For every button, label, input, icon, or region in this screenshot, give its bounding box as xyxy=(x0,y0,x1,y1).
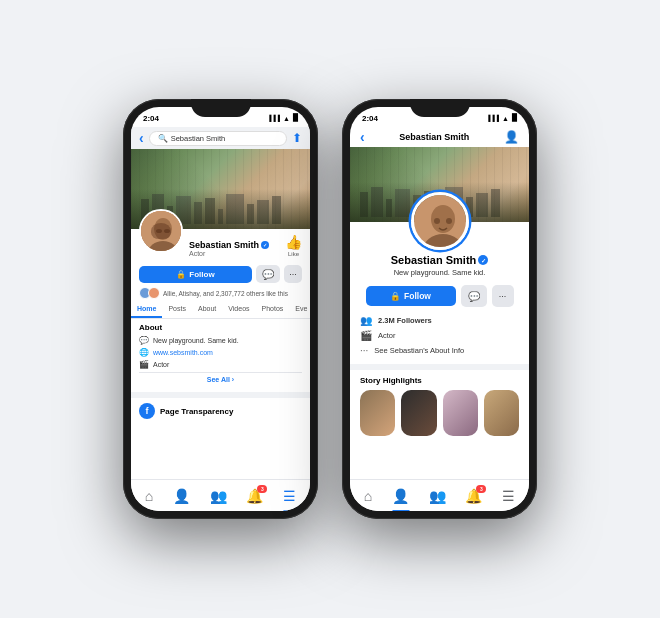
share-button[interactable]: ⬆ xyxy=(292,131,302,145)
svg-point-3 xyxy=(156,229,162,233)
story-highlights: Story Highlights xyxy=(350,364,529,440)
stat-followers: 👥 2.3M Followers xyxy=(360,315,519,326)
messenger-icon: 💬 xyxy=(262,269,274,280)
tab-photos[interactable]: Photos xyxy=(256,301,290,318)
stat-occupation: 🎬 Actor xyxy=(360,330,519,341)
back-button[interactable]: ‹ xyxy=(139,130,144,146)
ellipsis-icon: ··· xyxy=(289,269,297,279)
likes-strip: Allie, Atishay, and 2,307,772 others lik… xyxy=(131,287,310,299)
phone-screen: 2:04 ▐▐▐ ▲ ▉ ‹ Sebastian Smith 👤 xyxy=(350,107,529,511)
top-nav-bar: ‹ Sebastian Smith 👤 xyxy=(350,127,529,147)
signal-icon: ▐▐▐ xyxy=(267,115,280,121)
likes-text: Allie, Atishay, and 2,307,772 others lik… xyxy=(163,290,288,297)
follow-button[interactable]: 🔒 Follow xyxy=(366,286,456,306)
nav-menu[interactable]: ☰ xyxy=(502,488,515,504)
followers-count: 2.3M Followers xyxy=(378,316,432,325)
nav-tabs: Home Posts About Videos Photos Eve xyxy=(131,301,310,319)
bottom-nav: ⌂ 👤 👥 🔔 3 ☰ xyxy=(350,479,529,511)
tab-home[interactable]: Home xyxy=(131,301,162,318)
story-highlights-title: Story Highlights xyxy=(360,376,519,385)
menu-icon: ☰ xyxy=(502,488,515,504)
nav-notifications[interactable]: 🔔 3 xyxy=(246,488,263,504)
action-row: 🔒 Follow 💬 ··· xyxy=(350,281,529,311)
follow-button[interactable]: 🔒 Follow xyxy=(139,266,252,283)
profile-role: Actor xyxy=(189,250,269,257)
tab-about[interactable]: About xyxy=(192,301,222,318)
more-button[interactable]: ··· xyxy=(284,265,302,283)
tab-more[interactable]: Eve xyxy=(289,301,310,318)
search-icon: 🔍 xyxy=(158,134,168,143)
status-icons: ▐▐▐ ▲ ▉ xyxy=(267,114,298,122)
status-icons: ▐▐▐ ▲ ▉ xyxy=(486,114,517,122)
stats-section: 👥 2.3M Followers 🎬 Actor ··· See Sebasti… xyxy=(350,311,529,364)
phone-screen: 2:04 ▐▐▐ ▲ ▉ ‹ 🔍 Sebastian Smith ⬆ xyxy=(131,107,310,511)
verified-badge: ✓ xyxy=(261,241,269,249)
about-section: About 💬 New playground. Same kid. 🌐 www.… xyxy=(131,319,310,390)
bottom-nav: ⌂ 👤 👥 🔔 3 ☰ xyxy=(131,479,310,511)
about-website[interactable]: 🌐 www.sebsmith.com xyxy=(139,348,302,357)
film-icon: 🎬 xyxy=(139,360,149,369)
phone-old-design: 2:04 ▐▐▐ ▲ ▉ ‹ 🔍 Sebastian Smith ⬆ xyxy=(123,99,318,519)
user-settings-icon[interactable]: 👤 xyxy=(504,130,519,144)
action-row: 🔒 Follow 💬 ··· xyxy=(131,261,310,287)
friends-icon: 👥 xyxy=(429,488,446,504)
message-button[interactable]: 💬 xyxy=(461,285,487,307)
svg-point-4 xyxy=(164,229,170,233)
friends-icon: 👥 xyxy=(210,488,227,504)
page-transparency: f Page Transparency xyxy=(131,392,310,424)
back-button[interactable]: ‹ xyxy=(360,129,365,145)
svg-point-6 xyxy=(431,205,455,233)
menu-icon: ☰ xyxy=(283,488,296,504)
story-thumb-4[interactable] xyxy=(484,390,519,436)
search-input-box[interactable]: 🔍 Sebastian Smith xyxy=(149,131,287,146)
ellipsis-icon: ··· xyxy=(499,291,507,301)
profile-name-block: Sebastian Smith ✓ New playground. Same k… xyxy=(350,254,529,277)
profile-bio: New playground. Same kid. xyxy=(350,268,529,277)
signal-icon: ▐▐▐ xyxy=(486,115,499,121)
about-bio: 💬 New playground. Same kid. xyxy=(139,336,302,345)
profile-name-block: Sebastian Smith ✓ Actor xyxy=(189,240,269,257)
svg-point-8 xyxy=(434,218,440,224)
message-button[interactable]: 💬 xyxy=(256,265,280,283)
story-thumb-1[interactable] xyxy=(360,390,395,436)
nav-friends[interactable]: 👥 xyxy=(429,488,446,504)
about-title: About xyxy=(139,323,302,332)
nav-friends[interactable]: 👥 xyxy=(210,488,227,504)
web-icon: 🌐 xyxy=(139,348,149,357)
nav-profile[interactable]: 👤 xyxy=(173,488,190,504)
tab-videos[interactable]: Videos xyxy=(222,301,255,318)
bio-icon: 💬 xyxy=(139,336,149,345)
phone-new-design: 2:04 ▐▐▐ ▲ ▉ ‹ Sebastian Smith 👤 xyxy=(342,99,537,519)
nav-notifications[interactable]: 🔔 3 xyxy=(465,488,482,504)
nav-menu[interactable]: ☰ xyxy=(283,488,296,504)
stat-about-link[interactable]: ··· See Sebastian's About Info xyxy=(360,345,519,356)
story-thumb-3[interactable] xyxy=(443,390,478,436)
fb-icon: f xyxy=(139,403,155,419)
profile-section: Sebastian Smith ✓ Actor 👍 Like xyxy=(131,229,310,261)
more-button[interactable]: ··· xyxy=(492,285,514,307)
like-button[interactable]: 👍 Like xyxy=(285,234,302,257)
avatar xyxy=(411,192,469,250)
occupation-icon: 🎬 xyxy=(360,330,372,341)
nav-home[interactable]: ⌂ xyxy=(145,488,153,504)
profile-section: Sebastian Smith ✓ New playground. Same k… xyxy=(350,222,529,281)
followers-icon: 👥 xyxy=(360,315,372,326)
see-all-button[interactable]: See All › xyxy=(139,372,302,386)
avatar-image xyxy=(141,211,181,251)
nav-profile[interactable]: 👤 xyxy=(392,488,409,504)
battery-icon: ▉ xyxy=(293,114,298,122)
about-occupation: 🎬 Actor xyxy=(139,360,302,369)
nav-home[interactable]: ⌂ xyxy=(364,488,372,504)
profile-icon: 👤 xyxy=(173,488,190,504)
story-thumb-2[interactable] xyxy=(401,390,436,436)
avatar xyxy=(139,209,183,253)
like-label: Like xyxy=(288,251,299,257)
status-time: 2:04 xyxy=(362,114,378,123)
mini-avatars xyxy=(139,287,160,299)
tab-posts[interactable]: Posts xyxy=(162,301,192,318)
messenger-icon: 💬 xyxy=(468,291,480,302)
verified-badge: ✓ xyxy=(478,255,488,265)
page-transparency-label: Page Transparency xyxy=(160,407,233,416)
status-time: 2:04 xyxy=(143,114,159,123)
wifi-icon: ▲ xyxy=(283,115,290,122)
